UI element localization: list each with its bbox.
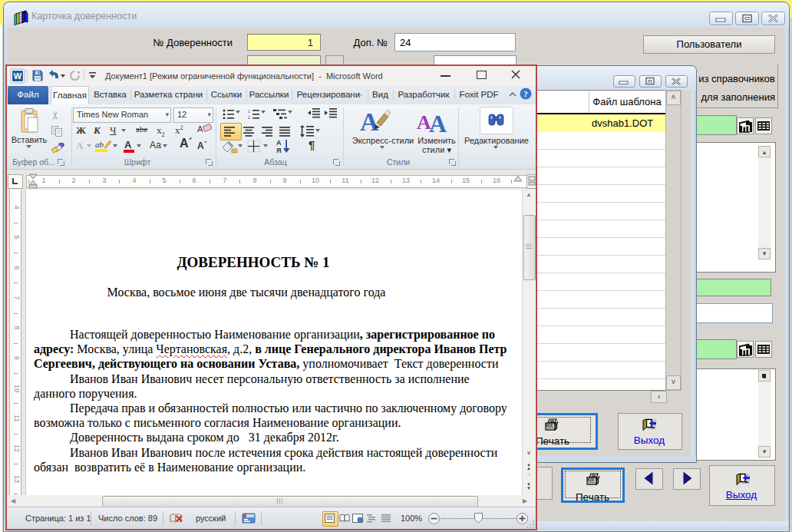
svg-text:Я: Я — [276, 147, 281, 154]
svg-text:W: W — [14, 71, 22, 81]
svg-text:?: ? — [523, 89, 528, 98]
svg-text:A: A — [360, 107, 379, 135]
svg-text:A: A — [429, 110, 447, 135]
svg-text:А: А — [276, 139, 282, 147]
svg-text:A: A — [197, 124, 203, 134]
svg-text:2: 2 — [248, 115, 250, 119]
svg-text:ab: ab — [95, 140, 104, 149]
svg-text:1: 1 — [248, 109, 250, 114]
svg-text:А: А — [124, 139, 132, 150]
